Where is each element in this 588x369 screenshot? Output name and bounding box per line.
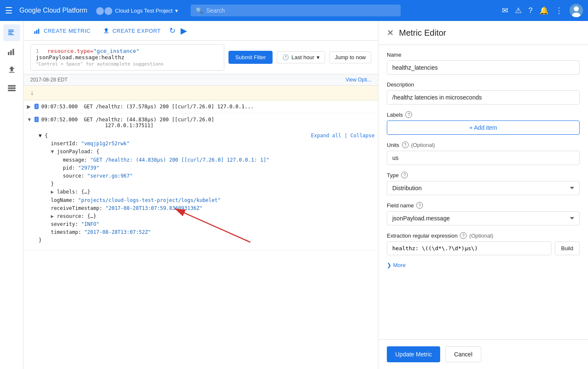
json-source-key: source:: [63, 173, 84, 179]
type-help-icon[interactable]: ?: [401, 172, 408, 178]
panel-footer: Update Metric Cancel: [378, 339, 588, 369]
svg-rect-15: [38, 29, 39, 34]
log-entry-header-2[interactable]: ▼ i 09:07:52.000 GET /healthz: (44.838μs…: [27, 115, 375, 130]
help-circle-icon[interactable]: ?: [528, 6, 533, 15]
sidebar-storage-icon[interactable]: [3, 80, 20, 97]
units-label: Units ? (Optional): [387, 141, 580, 148]
notifications-icon[interactable]: 🔔: [539, 6, 549, 15]
json-timestamp-key: timestamp:: [51, 229, 81, 235]
json-receive-ts-value: "2017-08-28T13:07:59.836093136Z": [105, 205, 202, 211]
project-dropdown-icon: ▾: [175, 8, 178, 14]
field-name-group: Field name ? jsonPayload.message: [387, 202, 580, 225]
units-help-icon[interactable]: ?: [402, 141, 409, 148]
support-icon[interactable]: ✉: [502, 6, 508, 15]
json-resource-key: resource:: [57, 213, 84, 219]
type-select[interactable]: Distribution: [387, 181, 580, 195]
log-date-bar: 2017-08-28 EDT View Opti...: [24, 74, 378, 86]
create-metric-button[interactable]: CREATE METRIC: [30, 24, 94, 37]
svg-rect-9: [12, 49, 14, 55]
update-metric-button[interactable]: Update Metric: [387, 346, 440, 362]
extraction-label: Extraction regular expression ? (Optiona…: [387, 232, 580, 239]
alert-icon[interactable]: ⚠: [515, 6, 522, 15]
search-input[interactable]: [206, 7, 396, 14]
svg-rect-6: [8, 34, 13, 35]
svg-rect-4: [8, 31, 13, 32]
labels-label: Labels ?: [387, 111, 580, 118]
description-input[interactable]: [387, 90, 580, 105]
more-link[interactable]: ❯ More: [387, 262, 580, 268]
json-labels-expand[interactable]: ▶: [51, 189, 54, 195]
time-selector[interactable]: 🕐 Last hour ▾: [277, 51, 325, 63]
svg-rect-14: [36, 30, 37, 34]
json-pid-value: "29739": [78, 165, 100, 171]
extraction-help-icon[interactable]: ?: [460, 232, 467, 239]
units-input[interactable]: [387, 151, 580, 165]
search-bar[interactable]: 🔍: [191, 5, 401, 16]
time-label: Last hour: [291, 54, 314, 60]
more-vert-icon[interactable]: ⋮: [555, 6, 563, 15]
type-field-group: Type ? Distribution: [387, 172, 580, 195]
expand-arrow-down-icon: ▼: [27, 117, 32, 123]
hamburger-icon[interactable]: ☰: [5, 5, 13, 16]
sidebar-export-icon[interactable]: [3, 61, 20, 78]
svg-rect-10: [8, 85, 15, 87]
panel-body: Name Description Labels ? + Add item Uni…: [378, 45, 588, 275]
svg-rect-13: [34, 31, 36, 34]
name-input[interactable]: [387, 60, 580, 75]
name-label: Name: [387, 52, 580, 58]
content-area: CREATE METRIC CREATE EXPORT ↻ ▶ 1 resour…: [24, 21, 378, 369]
log-entry-text-1: 09:07:53.000 GET /healthz: (37.578μs) 20…: [41, 104, 254, 110]
create-export-label: CREATE EXPORT: [113, 28, 161, 34]
svg-rect-5: [8, 33, 12, 34]
log-date-label: 2017-08-28 EDT: [30, 77, 68, 83]
submit-filter-button[interactable]: Submit Filter: [228, 51, 273, 64]
close-icon[interactable]: ✕: [387, 28, 394, 38]
json-labels-value: {…}: [81, 189, 90, 195]
json-resource-expand[interactable]: ▶: [51, 213, 54, 219]
sidebar-logs-icon[interactable]: [3, 24, 20, 41]
units-optional-label: (Optional): [411, 142, 435, 148]
field-name-help-icon[interactable]: ?: [416, 202, 423, 209]
type-label: Type ?: [387, 172, 580, 178]
expand-all-link[interactable]: Expand all | Collapse: [311, 132, 375, 140]
json-severity-key: severity:: [51, 221, 78, 227]
labels-field-group: Labels ? + Add item: [387, 111, 580, 135]
play-icon[interactable]: ▶: [181, 26, 187, 36]
filter-bar: 1 resource.type="gce_instance" jsonPaylo…: [24, 41, 378, 74]
json-timestamp-value: "2017-08-28T13:07:52Z": [84, 229, 151, 235]
json-insert-id-value: "vmqjp1g2r52rwk": [81, 141, 130, 147]
avatar[interactable]: [570, 4, 583, 17]
json-receive-ts-key: receiveTimestamp:: [51, 205, 102, 211]
svg-rect-7: [8, 52, 9, 55]
log-entry-header[interactable]: ▶ i 09:07:53.000 GET /healthz: (37.578μs…: [27, 102, 375, 111]
jump-to-now-button[interactable]: Jump to now: [329, 51, 371, 63]
field-name-select[interactable]: jsonPayload.message: [387, 211, 580, 225]
toolbar: CREATE METRIC CREATE EXPORT ↻ ▶: [24, 21, 378, 41]
add-item-button[interactable]: + Add item: [387, 120, 580, 135]
line-number: 1: [36, 48, 39, 54]
labels-help-icon[interactable]: ?: [405, 111, 412, 118]
view-options-link[interactable]: View Opti...: [346, 77, 371, 83]
left-sidebar: [0, 21, 24, 369]
create-export-button[interactable]: CREATE EXPORT: [99, 24, 164, 37]
brand-name: Google Cloud Platform: [19, 7, 87, 14]
units-field-group: Units ? (Optional): [387, 141, 580, 165]
chevron-down-icon: ❯: [387, 262, 391, 268]
refresh-icon[interactable]: ↻: [169, 26, 176, 35]
metric-editor-panel: ✕ Metric Editor Name Description Labels …: [378, 21, 588, 369]
expand-arrow-icon: ▶: [27, 104, 32, 110]
cancel-button[interactable]: Cancel: [445, 346, 481, 362]
json-source-value: "server.go:967": [87, 173, 133, 179]
log-json-body: Expand all | Collapse ▼ { insertId: "vmq…: [39, 130, 375, 248]
project-selector[interactable]: ⬤⬤ Cloud Logs Test Project ▾: [96, 6, 178, 15]
json-payload-expand[interactable]: ▼: [51, 149, 54, 154]
log-entry: ▶ i 09:07:53.000 GET /healthz: (37.578μs…: [24, 100, 378, 113]
log-scroll-area[interactable]: 2017-08-28 EDT View Opti... ↓ ▶ i 09:07:…: [24, 74, 378, 369]
clock-icon: 🕐: [282, 54, 289, 60]
sidebar-metrics-icon[interactable]: [3, 43, 20, 60]
json-payload-brace: {: [96, 149, 99, 154]
extraction-input[interactable]: [387, 241, 551, 255]
json-insert-id-key: insertId:: [51, 141, 78, 147]
json-logname-value: "projects/cloud-logs-test-project/logs/k…: [78, 197, 221, 203]
build-button[interactable]: Build: [555, 241, 580, 255]
